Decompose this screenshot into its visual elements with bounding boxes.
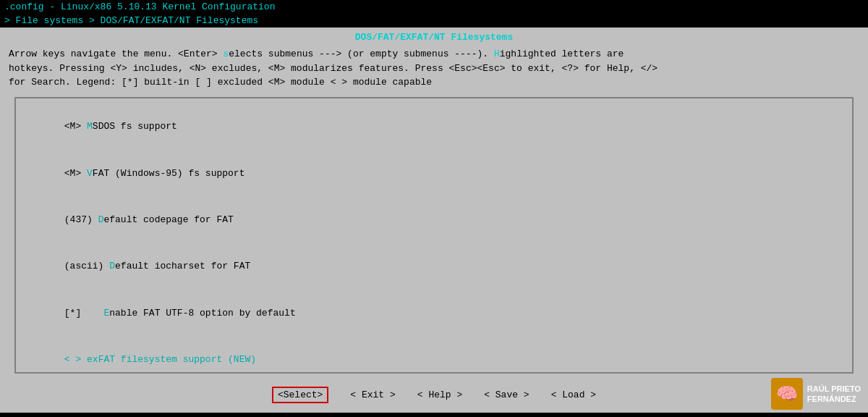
menu-title: DOS/FAT/EXFAT/NT Filesystems: [0, 28, 868, 46]
select-button[interactable]: <Select>: [272, 387, 328, 403]
bottom-bar: <Select> < Exit > < Help > < Save > < Lo…: [0, 376, 868, 413]
breadcrumb-bar: > File systems > DOS/FAT/EXFAT/NT Filesy…: [0, 14, 868, 28]
logo-area: 🧠 RAÚL PRIETOFERNÁNDEZ: [771, 378, 861, 410]
instructions-line1: Arrow keys navigate the menu. <Enter> se…: [9, 47, 859, 62]
title-bar: .config - Linux/x86 5.10.13 Kernel Confi…: [0, 0, 868, 14]
instructions-line2: hotkeys. Pressing <Y> includes, <N> excl…: [9, 62, 859, 76]
instructions: Arrow keys navigate the menu. <Enter> se…: [0, 46, 868, 94]
exit-button[interactable]: < Exit >: [350, 389, 395, 400]
iocharset-item[interactable]: (ascii) Default iocharset for FAT: [16, 244, 852, 290]
vfat-item[interactable]: <M> VFAT (Windows-95) fs support: [16, 151, 852, 197]
title-text: .config - Linux/x86 5.10.13 Kernel Confi…: [4, 1, 275, 12]
msdos-item[interactable]: <M> MSDOS fs support: [16, 104, 852, 151]
exfat-item[interactable]: < > exFAT filesystem support (NEW): [16, 337, 852, 374]
help-button[interactable]: < Help >: [417, 389, 462, 400]
codepage-item[interactable]: (437) Default codepage for FAT: [16, 197, 852, 243]
logo-brain-icon: 🧠: [771, 378, 803, 410]
main-container: DOS/FAT/EXFAT/NT Filesystems Arrow keys …: [0, 28, 868, 413]
load-button[interactable]: < Load >: [551, 389, 596, 400]
instructions-line3: for Search. Legend: [*] built-in [ ] exc…: [9, 75, 859, 90]
save-button[interactable]: < Save >: [484, 389, 529, 400]
logo-text: RAÚL PRIETOFERNÁNDEZ: [807, 384, 861, 405]
bottom-black-bar: [0, 413, 868, 417]
breadcrumb-text: > File systems > DOS/FAT/EXFAT/NT Filesy…: [4, 15, 258, 26]
fat-utf8-item[interactable]: [*] Enable FAT UTF-8 option by default: [16, 290, 852, 337]
menu-box: <M> MSDOS fs support <M> VFAT (Windows-9…: [14, 97, 854, 374]
